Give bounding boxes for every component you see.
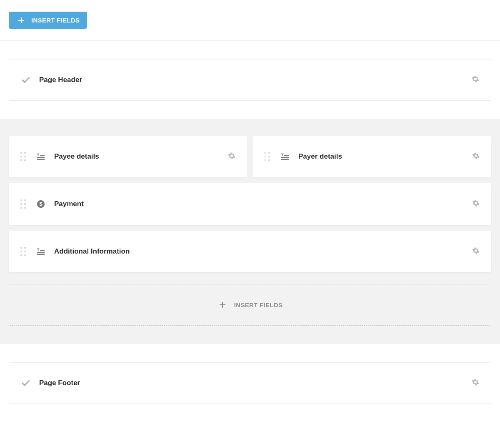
page-header-title: Page Header xyxy=(39,76,472,84)
gear-icon[interactable] xyxy=(472,378,479,388)
field-label: Additional Information xyxy=(54,247,472,256)
check-icon xyxy=(21,75,31,85)
text-block-icon xyxy=(36,152,46,161)
header-section: Page Header xyxy=(0,41,500,119)
toolbar: INSERT FIELDS xyxy=(0,0,500,41)
page-header-card[interactable]: Page Header xyxy=(9,59,491,101)
field-block-additional-information[interactable]: Additional Information xyxy=(9,231,491,272)
gear-icon[interactable] xyxy=(228,152,235,161)
plus-icon xyxy=(218,302,228,308)
field-label: Payee details xyxy=(54,152,228,161)
insert-fields-dropzone[interactable]: INSERT FIELDS xyxy=(9,284,491,326)
field-block-payer-details[interactable]: Payer details xyxy=(253,136,491,177)
svg-rect-7 xyxy=(281,157,289,158)
gear-icon[interactable] xyxy=(472,152,480,161)
svg-rect-13 xyxy=(38,249,39,251)
svg-rect-5 xyxy=(281,154,284,154)
svg-rect-16 xyxy=(40,250,45,251)
dollar-icon: $ xyxy=(36,199,46,209)
svg-rect-4 xyxy=(40,155,45,156)
svg-rect-2 xyxy=(37,157,45,158)
page-footer-title: Page Footer xyxy=(39,379,472,387)
svg-rect-12 xyxy=(37,249,40,249)
svg-rect-3 xyxy=(37,159,45,160)
svg-rect-14 xyxy=(37,252,45,253)
fields-section: Payee details Payer details xyxy=(0,119,500,344)
drag-handle-icon[interactable] xyxy=(20,152,26,161)
gear-icon[interactable] xyxy=(472,247,480,256)
field-label: Payer details xyxy=(298,152,472,161)
field-label: Payment xyxy=(54,200,472,208)
gear-icon[interactable] xyxy=(472,199,480,209)
field-block-payee-details[interactable]: Payee details xyxy=(9,136,247,177)
drag-handle-icon[interactable] xyxy=(265,152,270,161)
drag-handle-icon[interactable] xyxy=(20,199,26,209)
svg-rect-0 xyxy=(37,154,40,154)
page-footer-card[interactable]: Page Footer xyxy=(9,362,491,404)
text-block-icon xyxy=(36,247,46,256)
insert-fields-button[interactable]: INSERT FIELDS xyxy=(9,12,87,29)
svg-rect-9 xyxy=(284,155,289,156)
footer-section: Page Footer xyxy=(0,344,500,431)
drag-handle-icon[interactable] xyxy=(20,247,26,256)
field-block-payment[interactable]: $ Payment xyxy=(9,183,491,225)
svg-rect-1 xyxy=(38,154,39,156)
svg-rect-8 xyxy=(281,159,289,160)
gear-icon[interactable] xyxy=(472,75,479,85)
svg-rect-15 xyxy=(37,254,45,255)
insert-fields-label: INSERT FIELDS xyxy=(31,17,80,24)
plus-icon xyxy=(16,17,26,23)
svg-rect-6 xyxy=(282,154,283,156)
check-icon xyxy=(21,378,31,388)
insert-fields-dropzone-label: INSERT FIELDS xyxy=(234,301,282,309)
text-block-icon xyxy=(280,152,290,161)
svg-text:$: $ xyxy=(40,201,42,207)
